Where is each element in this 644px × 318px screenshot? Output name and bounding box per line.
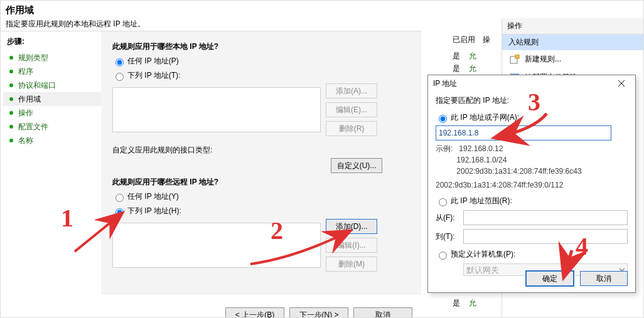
close-icon[interactable] <box>613 77 630 90</box>
wizard-steps: 步骤: 规则类型 程序 协议和端口 作用域 操作 配置文件 名称 <box>1 31 101 295</box>
local-add-button[interactable]: 添加(A)... <box>326 83 377 98</box>
dlg-cancel-button[interactable]: 取消 <box>580 271 628 286</box>
local-ip-list[interactable] <box>112 87 321 132</box>
action-new-rule[interactable]: 新建规则... <box>502 50 643 68</box>
bg-rows: 是允 是允 <box>453 51 491 76</box>
local-question: 此规则应用于哪些本地 IP 地址? <box>112 41 410 52</box>
remote-question: 此规则应用于哪些远程 IP 地址? <box>112 177 410 188</box>
steps-title: 步骤: <box>7 36 101 47</box>
action-new-rule-label: 新建规则... <box>525 54 561 65</box>
new-rule-icon <box>510 55 520 65</box>
local-edit-button[interactable]: 编辑(E)... <box>326 102 377 117</box>
wizard-content: 此规则应用于哪些本地 IP 地址? 任何 IP 地址(P) 下列 IP 地址(T… <box>101 31 421 295</box>
radio-local-these[interactable] <box>115 73 124 81</box>
next-button[interactable]: 下一步(N) > <box>289 307 348 318</box>
radio-ip-predef[interactable] <box>439 252 447 260</box>
iface-customize-button[interactable]: 自定义(U)... <box>331 158 382 173</box>
ok-button[interactable]: 确定 <box>526 271 574 286</box>
ip-from-input[interactable] <box>463 210 628 225</box>
step-name[interactable]: 名称 <box>3 134 101 147</box>
actions-title: 操作 <box>502 18 643 34</box>
ip-prompt: 指定要匹配的 IP 地址: <box>436 95 628 106</box>
ip-dialog: IP 地址 指定要匹配的 IP 地址: 此 IP 地址或子网(A): 示例: 1… <box>427 75 636 293</box>
example-label: 示例: <box>436 144 453 153</box>
step-protocol[interactable]: 协议和端口 <box>3 78 101 92</box>
radio-ip-range[interactable] <box>439 198 447 206</box>
radio-ip-cidr[interactable] <box>439 115 447 123</box>
step-rule-type[interactable]: 规则类型 <box>3 51 101 65</box>
radio-remote-these[interactable] <box>115 208 124 216</box>
cancel-button[interactable]: 取消 <box>353 307 412 318</box>
radio-remote-any[interactable] <box>115 194 124 202</box>
local-delete-button[interactable]: 删除(R) <box>326 121 377 136</box>
radio-local-any[interactable] <box>115 58 124 66</box>
back-button[interactable]: < 上一步(B) <box>225 307 284 318</box>
step-scope[interactable]: 作用域 <box>3 92 101 106</box>
ip-dialog-title: IP 地址 <box>433 78 457 89</box>
bg-col-action: 操 <box>483 34 490 45</box>
step-action[interactable]: 操作 <box>3 106 101 120</box>
actions-group: 入站规则 <box>502 34 643 50</box>
ip-to-input[interactable] <box>463 229 628 244</box>
wizard-title: 作用域 <box>6 4 416 16</box>
remote-edit-button[interactable]: 编辑(I)... <box>326 238 377 253</box>
bg-rows-bottom: 是允 <box>453 298 491 310</box>
bg-col-enabled: 已启用 <box>453 34 475 45</box>
ip-input[interactable] <box>436 125 611 140</box>
scope-wizard: 作用域 指定要应用此规则的本地和远程 IP 地址。 步骤: 规则类型 程序 协议… <box>1 1 421 318</box>
remote-add-button[interactable]: 添加(D)... <box>326 219 377 234</box>
remote-ip-list[interactable] <box>112 223 321 268</box>
remote-delete-button[interactable]: 删除(M) <box>326 257 377 272</box>
iface-label: 自定义应用此规则的接口类型: <box>112 145 410 156</box>
svg-rect-1 <box>515 55 519 58</box>
step-profile[interactable]: 配置文件 <box>3 120 101 134</box>
step-program[interactable]: 程序 <box>3 65 101 78</box>
bg-col-headers: 已启用 操 <box>453 34 490 45</box>
wizard-subtitle: 指定要应用此规则的本地和远程 IP 地址。 <box>6 19 416 29</box>
